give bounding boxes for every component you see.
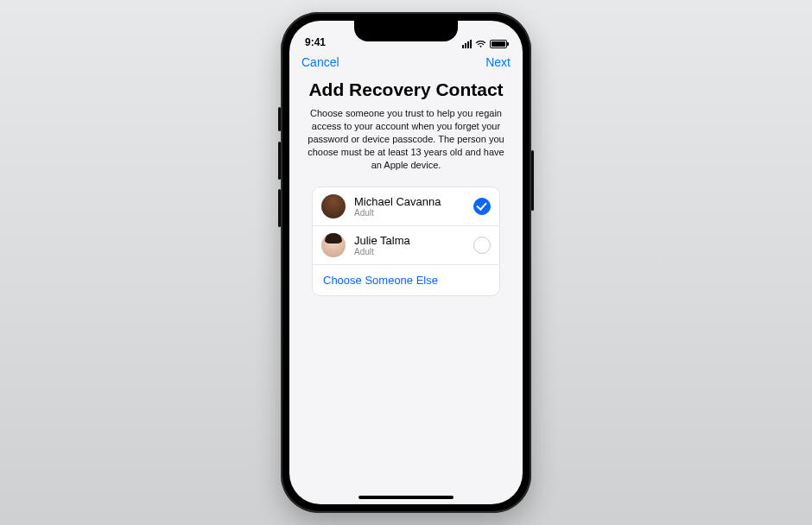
power-button bbox=[531, 150, 534, 211]
contact-row[interactable]: Michael Cavanna Adult bbox=[313, 187, 499, 226]
avatar bbox=[321, 233, 346, 257]
radio-unselected-icon[interactable] bbox=[473, 237, 491, 254]
page-description: Choose someone you trust to help you reg… bbox=[303, 107, 509, 171]
notch bbox=[354, 21, 458, 41]
content: Add Recovery Contact Choose someone you … bbox=[289, 73, 523, 296]
contact-info: Julie Talma Adult bbox=[354, 235, 465, 256]
cancel-button[interactable]: Cancel bbox=[301, 55, 339, 69]
page-title: Add Recovery Contact bbox=[303, 79, 509, 100]
contact-list: Michael Cavanna Adult Julie Talma Adult … bbox=[312, 187, 500, 296]
contact-row[interactable]: Julie Talma Adult bbox=[313, 226, 499, 265]
next-button[interactable]: Next bbox=[485, 55, 511, 69]
battery-icon bbox=[490, 40, 507, 48]
checkmark-icon[interactable] bbox=[473, 198, 491, 215]
contact-role: Adult bbox=[354, 247, 465, 256]
cellular-icon bbox=[462, 40, 472, 48]
contact-name: Michael Cavanna bbox=[354, 196, 465, 208]
status-time: 9:41 bbox=[305, 36, 326, 48]
wifi-icon bbox=[475, 40, 486, 48]
screen: 9:41 Cancel Next Add Recovery Contact Ch… bbox=[289, 21, 523, 504]
phone-frame: 9:41 Cancel Next Add Recovery Contact Ch… bbox=[281, 12, 531, 513]
nav-bar: Cancel Next bbox=[289, 50, 523, 73]
volume-down-button bbox=[278, 189, 281, 227]
home-indicator bbox=[358, 496, 454, 499]
mute-switch bbox=[278, 107, 281, 131]
avatar bbox=[321, 194, 346, 218]
choose-someone-else-button[interactable]: Choose Someone Else bbox=[313, 265, 499, 295]
volume-up-button bbox=[278, 142, 281, 180]
contact-role: Adult bbox=[354, 208, 465, 218]
contact-info: Michael Cavanna Adult bbox=[354, 196, 465, 218]
contact-name: Julie Talma bbox=[354, 235, 465, 247]
